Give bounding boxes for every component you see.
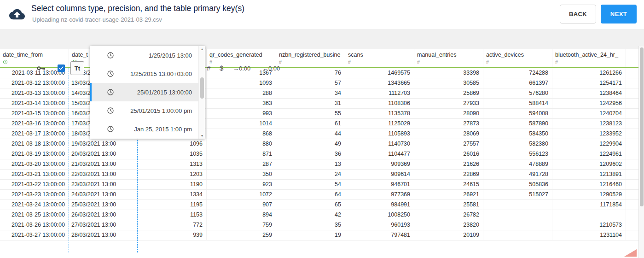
table-cell[interactable]: 909614 (345, 170, 414, 179)
table-cell[interactable]: 26/03/2021 13:00 (69, 210, 138, 220)
dropdown-scrollbar[interactable]: ▲ ▼ (198, 46, 205, 139)
column-header[interactable]: nzbn_registered_busine# (276, 49, 345, 68)
table-cell[interactable]: 515027 (483, 190, 552, 199)
column-header[interactable]: scans# (345, 49, 414, 68)
table-cell[interactable]: 27557 (414, 139, 483, 149)
table-cell[interactable]: 2021-03-27 13:00:00 (0, 230, 69, 240)
table-cell[interactable]: 42 (276, 210, 345, 220)
table-cell[interactable]: 24 (276, 170, 345, 179)
table-cell[interactable]: 491728 (483, 170, 552, 179)
table-cell[interactable]: 49 (276, 139, 345, 149)
table-cell[interactable]: 1153 (138, 210, 207, 220)
table-cell[interactable]: 19 (276, 230, 345, 240)
table-cell[interactable]: 26782 (414, 210, 483, 220)
table-cell[interactable]: 1195 (138, 200, 207, 210)
dropdown-scroll-thumb[interactable] (200, 77, 204, 99)
table-cell[interactable]: 1233952 (552, 129, 626, 139)
table-cell[interactable]: 1213891 (552, 170, 626, 179)
table-cell[interactable]: 22/03/2021 13:00 (69, 170, 138, 179)
table-cell[interactable]: 960193 (345, 220, 414, 230)
increase-decimals-button[interactable]: →0.00 (233, 65, 250, 72)
column-checked-checkbox[interactable] (58, 64, 65, 72)
table-cell[interactable]: 21/03/2021 13:00 (69, 159, 138, 169)
table-cell[interactable]: 1125029 (345, 119, 414, 129)
table-cell[interactable]: 2021-03-17 13:00:00 (0, 129, 69, 139)
table-cell[interactable]: 1135378 (345, 109, 414, 118)
table-cell[interactable]: 1105893 (345, 129, 414, 139)
table-cell[interactable]: 1104477 (345, 149, 414, 159)
table-cell[interactable] (483, 200, 552, 210)
table-cell[interactable]: 1035 (138, 149, 207, 159)
table-cell[interactable]: 1140730 (345, 139, 414, 149)
table-cell[interactable]: 1242956 (552, 99, 626, 108)
table-cell[interactable]: 505836 (483, 180, 552, 189)
table-cell[interactable]: 797481 (345, 230, 414, 240)
format-option[interactable]: 1/25/2015 13:00 (90, 46, 205, 64)
table-cell[interactable]: 1072 (207, 190, 276, 199)
table-cell[interactable]: 478889 (483, 159, 552, 169)
table-cell[interactable]: 27/03/2021 13:00 (69, 220, 138, 230)
table-cell[interactable]: 2021-03-22 13:00:00 (0, 180, 69, 189)
primary-key-icon[interactable] (36, 63, 46, 73)
table-cell[interactable]: 61 (276, 119, 345, 129)
table-cell[interactable] (552, 210, 626, 220)
table-cell[interactable]: 1096 (138, 139, 207, 149)
table-cell[interactable]: 36 (276, 149, 345, 159)
column-header[interactable]: manual_entries# (414, 49, 483, 68)
table-cell[interactable]: 34 (276, 88, 345, 98)
table-cell[interactable]: 909369 (345, 159, 414, 169)
table-cell[interactable]: 25869 (414, 88, 483, 98)
table-cell[interactable]: 30585 (414, 78, 483, 88)
table-cell[interactable]: 23820 (414, 220, 483, 230)
table-cell[interactable]: 772 (138, 220, 207, 230)
table-cell[interactable]: 1190 (138, 180, 207, 189)
table-cell[interactable]: 76 (276, 68, 345, 78)
table-cell[interactable]: 54 (276, 180, 345, 189)
table-cell[interactable]: 55 (276, 109, 345, 118)
table-cell[interactable]: 576280 (483, 88, 552, 98)
table-cell[interactable]: 556123 (483, 149, 552, 159)
table-cell[interactable]: 1231104 (552, 230, 626, 240)
table-cell[interactable]: 1216460 (552, 180, 626, 189)
table-cell[interactable] (483, 230, 552, 240)
table-cell[interactable]: 28090 (414, 109, 483, 118)
table-cell[interactable] (483, 210, 552, 220)
table-cell[interactable]: 1108306 (345, 99, 414, 108)
table-cell[interactable]: 1240704 (552, 109, 626, 118)
format-option[interactable]: 25/01/2015 1:00:00 pm (90, 101, 205, 120)
table-cell[interactable]: 25/03/2021 13:00 (69, 200, 138, 210)
table-cell[interactable]: 594008 (483, 109, 552, 118)
column-header[interactable]: active_devices# (483, 49, 552, 68)
table-cell[interactable]: 946701 (345, 180, 414, 189)
format-option[interactable]: Jan 25, 2015 1:00 pm (90, 120, 205, 138)
table-cell[interactable]: 2021-03-15 13:00:00 (0, 109, 69, 118)
table-cell[interactable]: 288 (207, 88, 276, 98)
table-cell[interactable]: 587890 (483, 119, 552, 129)
table-cell[interactable]: 21626 (414, 159, 483, 169)
table-cell[interactable]: 977369 (345, 190, 414, 199)
table-cell[interactable]: 13 (276, 159, 345, 169)
table-cell[interactable]: 26016 (414, 149, 483, 159)
next-button[interactable]: NEXT (601, 5, 637, 23)
scroll-down-icon[interactable]: ▼ (199, 134, 205, 137)
table-cell[interactable]: 1290529 (552, 190, 626, 199)
table-cell[interactable]: 2021-03-20 13:00:00 (0, 159, 69, 169)
decrease-decimals-button[interactable]: ←0.00 (262, 65, 280, 72)
table-cell[interactable]: 871 (207, 149, 276, 159)
table-cell[interactable]: 1261266 (552, 68, 626, 78)
vertical-scroll-thumb[interactable] (640, 47, 644, 206)
table-cell[interactable]: 35 (276, 220, 345, 230)
table-cell[interactable]: 1343665 (345, 78, 414, 88)
table-cell[interactable]: 588414 (483, 99, 552, 108)
table-cell[interactable]: 1112703 (345, 88, 414, 98)
table-cell[interactable]: 1238123 (552, 119, 626, 129)
table-cell[interactable]: 20109 (414, 230, 483, 240)
table-cell[interactable]: 22869 (414, 170, 483, 179)
table-cell[interactable]: 2021-03-26 13:00:00 (0, 220, 69, 230)
table-cell[interactable]: 2021-03-18 13:00:00 (0, 139, 69, 149)
table-cell[interactable]: 33398 (414, 68, 483, 78)
table-cell[interactable]: 868 (207, 129, 276, 139)
scroll-up-icon[interactable]: ▲ (199, 47, 205, 51)
table-cell[interactable]: 23/03/2021 13:00 (69, 180, 138, 189)
table-cell[interactable]: 1469575 (345, 68, 414, 78)
